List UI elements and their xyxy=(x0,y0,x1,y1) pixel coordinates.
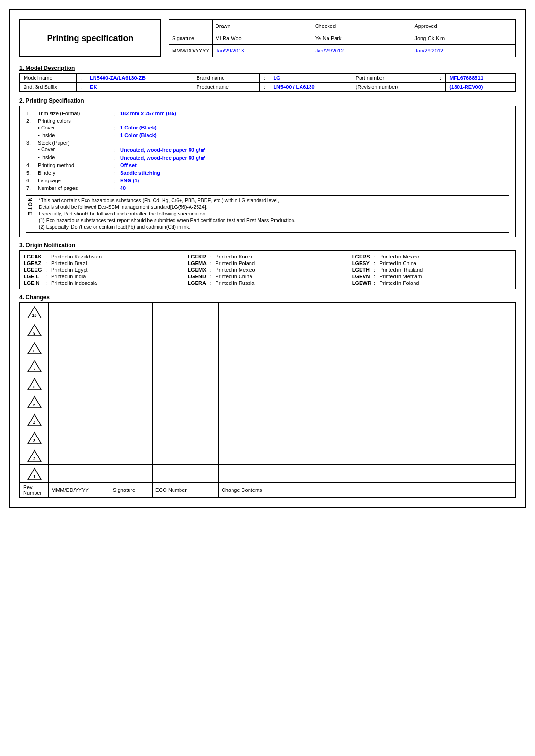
spec-label-10: Number of pages xyxy=(36,185,112,192)
header-col-2: Checked xyxy=(312,20,412,32)
section4-heading: 4. Changes xyxy=(19,294,516,301)
origin-code: LGEAZ xyxy=(24,260,43,266)
origin-code: LGEKR xyxy=(188,254,207,259)
spec-label-8: Bindery xyxy=(36,170,112,177)
model-colon3-0: : xyxy=(436,74,446,83)
change-eco-3 xyxy=(153,357,219,375)
change-sig-3 xyxy=(110,357,153,375)
title-box: Printing specification xyxy=(19,19,161,57)
changes-footer-col-2: Signature xyxy=(110,483,153,498)
spec-colon-1 xyxy=(112,118,118,124)
rev-cell-6: 4 xyxy=(20,411,49,429)
change-sig-6 xyxy=(110,411,153,429)
header-col-1: Drawn xyxy=(212,20,312,32)
header-cell-0-0: Signature xyxy=(169,32,213,44)
note-line: (1) Eco-hazardous substances test report… xyxy=(39,217,505,223)
spec-value-10: 40 xyxy=(118,185,509,192)
changes-footer-col-3: ECO Number xyxy=(153,483,219,498)
spec-value-6: Uncoated, wood-free paper 60 g/㎡ xyxy=(118,154,509,162)
page-title: Printing specification xyxy=(47,34,133,43)
model-colon2-1: : xyxy=(260,83,269,92)
changes-table: 10 9 8 7 6 xyxy=(20,303,515,498)
header-area: Printing specification DrawnCheckedAppro… xyxy=(19,19,516,57)
spec-num-10: 7. xyxy=(26,185,36,192)
change-eco-6 xyxy=(153,411,219,429)
model-val3-0: MFL67688511 xyxy=(446,74,516,83)
origin-text: Printed in Mexico xyxy=(215,267,255,273)
spec-num-9: 6. xyxy=(26,177,36,185)
spec-colon-10: : xyxy=(112,185,118,192)
model-colon-1: : xyxy=(77,83,86,92)
rev-cell-2: 8 xyxy=(20,339,49,357)
change-date-9 xyxy=(49,465,110,483)
header-cell-1-0: MMM/DD/YYYY xyxy=(169,44,213,57)
origin-sep: : xyxy=(45,280,49,286)
origin-sep: : xyxy=(45,274,49,279)
note-line: (2) Especially, Don't use or contain lea… xyxy=(39,224,505,230)
origin-code: LGEIN xyxy=(24,280,43,286)
model-val1-1: EK xyxy=(86,83,192,92)
origin-code: LGEMX xyxy=(188,267,207,273)
spec-label-7: Printing method xyxy=(36,162,112,170)
origin-text: Printed in Vietnam xyxy=(380,274,422,279)
spec-colon-7: : xyxy=(112,162,118,170)
model-val2-0: LG xyxy=(269,74,352,83)
model-colon3-1 xyxy=(436,83,446,92)
origin-code: LGEEG xyxy=(24,267,43,273)
origin-sep: : xyxy=(45,260,49,266)
origin-text: Printed in Egypt xyxy=(51,267,88,273)
spec-value-0: 182 mm x 257 mm (B5) xyxy=(118,110,509,118)
note-line: *This part contains Eco-hazardous substa… xyxy=(39,198,505,203)
origin-text: Printed in Poland xyxy=(215,260,255,266)
spec-num-7: 4. xyxy=(26,162,36,170)
change-contents-9 xyxy=(219,465,515,483)
model-description-table: Model name:LN5400-ZA/LA6130-ZBBrand name… xyxy=(19,73,516,92)
change-date-8 xyxy=(49,447,110,465)
spec-colon-8: : xyxy=(112,170,118,177)
spec-label-2: • Cover xyxy=(36,124,112,132)
origin-row-13: LGERA:Printed in Russia xyxy=(188,280,347,286)
change-sig-7 xyxy=(110,429,153,447)
origin-text: Printed in Brazil xyxy=(51,260,87,266)
origin-row-10: LGEND:Printed in China xyxy=(188,274,347,279)
origin-row-9: LGEIL:Printed in India xyxy=(24,274,183,279)
origin-sep: : xyxy=(374,260,378,266)
change-eco-4 xyxy=(153,375,219,393)
model-val3-1: (1301-REV00) xyxy=(446,83,516,92)
change-sig-0 xyxy=(110,303,153,321)
model-val1b-1: Product name xyxy=(192,83,260,92)
change-contents-6 xyxy=(219,411,515,429)
header-cell-0-3: Jong-Ok Kim xyxy=(412,32,516,44)
changes-box: 10 9 8 7 6 xyxy=(19,302,516,498)
origin-text: Printed in Thailand xyxy=(380,267,423,273)
note-content: *This part contains Eco-hazardous substa… xyxy=(35,196,509,232)
changes-footer-col-1: MMM/DD/YYYY xyxy=(49,483,110,498)
change-contents-7 xyxy=(219,429,515,447)
origin-sep: : xyxy=(374,274,378,279)
origin-row-4: LGEMA:Printed in Poland xyxy=(188,260,347,266)
change-eco-1 xyxy=(153,321,219,339)
printing-spec-box: 1.Trim size (Format):182 mm x 257 mm (B5… xyxy=(19,106,516,237)
rev-cell-0: 10 xyxy=(20,303,49,321)
rev-cell-7: 3 xyxy=(20,429,49,447)
spec-num-8: 5. xyxy=(26,170,36,177)
origin-row-8: LGETH:Printed in Thailand xyxy=(352,267,511,273)
origin-sep: : xyxy=(209,280,213,286)
origin-code: LGEND xyxy=(188,274,207,279)
origin-text: Printed in China xyxy=(380,260,416,266)
origin-sep: : xyxy=(209,254,213,259)
origin-row-5: LGESY:Printed in China xyxy=(352,260,511,266)
note-line: Especially, Part should be followed and … xyxy=(39,211,505,216)
change-date-4 xyxy=(49,375,110,393)
spec-num-1: 2. xyxy=(26,118,36,124)
origin-sep: : xyxy=(374,280,378,286)
model-colon-0: : xyxy=(77,74,86,83)
changes-footer-col-4: Change Contents xyxy=(219,483,515,498)
origin-code: LGEWR xyxy=(352,280,372,286)
change-contents-5 xyxy=(219,393,515,411)
origin-text: Printed in India xyxy=(51,274,86,279)
header-cell-1-3: Jan/29/2012 xyxy=(412,44,516,57)
origin-text: Printed in China xyxy=(215,274,252,279)
change-eco-9 xyxy=(153,465,219,483)
header-cell-0-2: Ye-Na Park xyxy=(312,32,412,44)
